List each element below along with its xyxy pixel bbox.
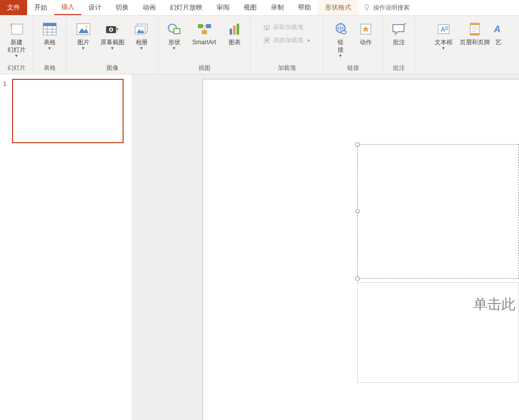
svg-rect-23 — [266, 28, 268, 30]
caret-down-icon: ▾ — [111, 45, 114, 51]
svg-rect-17 — [206, 24, 211, 28]
caret-down-icon: ▾ — [82, 45, 84, 51]
new-slide-label: 新建 幻灯片 — [8, 39, 26, 54]
ribbon: 新建 幻灯片 ▾ 幻灯片 表格 ▾ 表格 图片 ▾ — [0, 16, 519, 74]
caret-down-icon: ▾ — [15, 53, 18, 58]
svg-rect-19 — [230, 29, 232, 35]
subtitle-placeholder[interactable]: 单击此 — [357, 282, 519, 383]
tab-record[interactable]: 录制 — [264, 0, 291, 15]
svg-rect-18 — [202, 30, 207, 34]
new-slide-button[interactable]: 新建 幻灯片 ▾ — [3, 19, 31, 61]
caret-down-icon: ▾ — [307, 38, 310, 43]
tab-animations[interactable]: 动画 — [136, 0, 163, 15]
svg-rect-9 — [116, 28, 118, 30]
link-icon — [332, 21, 349, 38]
tab-shape-format[interactable]: 形状格式 — [318, 0, 358, 15]
my-addins-label: 我的加载项 — [273, 36, 303, 45]
comment-icon: + — [390, 21, 407, 38]
svg-rect-36 — [470, 23, 479, 25]
thumbnail-panel[interactable]: 1 — [0, 74, 132, 420]
tab-review[interactable]: 审阅 — [210, 0, 237, 15]
group-tables: 表格 ▾ 表格 — [33, 16, 66, 74]
tell-me-search[interactable]: 操作说明搜索 — [358, 0, 414, 15]
textbox-button[interactable]: A 文本框 ▾ — [430, 19, 457, 61]
picture-icon — [75, 21, 92, 38]
svg-text:A: A — [493, 24, 500, 34]
thumbnail-row[interactable]: 1 — [0, 79, 132, 143]
group-slides-label: 幻灯片 — [0, 64, 33, 72]
resize-handle-icon[interactable] — [355, 142, 360, 147]
album-button[interactable]: 相册 ▾ — [128, 19, 156, 61]
tab-home[interactable]: 开始 — [27, 0, 54, 15]
tab-transitions[interactable]: 切换 — [109, 0, 136, 15]
tab-help[interactable]: 帮助 — [291, 0, 318, 15]
get-addins-label: 获取加载项 — [273, 23, 303, 32]
smartart-button[interactable]: SmartArt — [188, 19, 221, 61]
album-icon — [133, 21, 150, 38]
header-footer-button[interactable]: 页眉和页脚 — [457, 19, 492, 61]
svg-rect-33 — [445, 27, 448, 28]
header-footer-icon — [466, 21, 483, 38]
textbox-icon: A — [435, 21, 452, 38]
picture-button[interactable]: 图片 ▾ — [69, 19, 97, 61]
my-addins-button: 我的加载项 ▾ — [261, 35, 312, 46]
tell-me-label: 操作说明搜索 — [373, 4, 409, 12]
tab-insert[interactable]: 插入 — [54, 0, 81, 15]
caret-down-icon: ▾ — [140, 45, 143, 51]
group-illustrations-label: 插图 — [159, 64, 250, 72]
chart-icon — [226, 21, 243, 38]
header-footer-label: 页眉和页脚 — [460, 39, 490, 46]
group-images-label: 图像 — [66, 64, 158, 72]
chart-label: 图表 — [229, 39, 241, 46]
comment-button[interactable]: + 批注 — [385, 19, 413, 61]
group-images: 图片 ▾ + 屏幕截图 ▾ 相册 ▾ 图像 — [66, 16, 159, 74]
screenshot-icon: + — [104, 21, 121, 38]
slide[interactable]: 单击此 — [202, 79, 519, 420]
svg-text:+: + — [403, 23, 406, 27]
group-comments: + 批注 批注 — [383, 16, 415, 74]
svg-text:+: + — [119, 23, 120, 28]
tab-slideshow[interactable]: 幻灯片放映 — [163, 0, 210, 15]
svg-rect-34 — [445, 29, 448, 30]
svg-rect-37 — [470, 33, 479, 35]
caret-down-icon: ▾ — [339, 53, 342, 58]
chart-button[interactable]: 图表 — [221, 19, 249, 61]
group-tables-label: 表格 — [33, 64, 66, 72]
svg-rect-0 — [12, 24, 23, 34]
resize-handle-icon[interactable] — [355, 276, 360, 281]
svg-rect-21 — [237, 24, 239, 35]
shapes-button[interactable]: 形状 ▾ — [160, 19, 188, 61]
svg-rect-15 — [174, 29, 180, 34]
group-slides: 新建 幻灯片 ▾ 幻灯片 — [0, 16, 33, 74]
subtitle-placeholder-text: 单击此 — [473, 295, 515, 314]
wordart-icon: A — [490, 21, 507, 38]
screenshot-button[interactable]: + 屏幕截图 ▾ — [97, 19, 128, 61]
shapes-icon — [166, 21, 183, 38]
svg-point-5 — [85, 26, 87, 28]
caret-down-icon: ▾ — [173, 45, 175, 51]
resize-handle-icon[interactable] — [355, 209, 360, 214]
table-button[interactable]: 表格 ▾ — [36, 19, 64, 61]
title-placeholder[interactable] — [357, 144, 519, 279]
group-addins: 获取加载项 我的加载项 ▾ 加载项 — [250, 16, 324, 74]
tab-view[interactable]: 视图 — [237, 0, 264, 15]
group-text: A 文本框 ▾ 页眉和页脚 A 艺 — [415, 16, 519, 74]
action-button[interactable]: 动作 — [353, 19, 378, 61]
thumbnail-slide-1[interactable] — [12, 79, 124, 143]
get-addins-button: 获取加载项 — [261, 22, 312, 33]
tab-file[interactable]: 文件 — [0, 0, 27, 15]
link-label: 链 接 — [338, 39, 344, 54]
wordart-button[interactable]: A 艺 — [492, 19, 504, 61]
group-links-label: 链接 — [324, 64, 382, 72]
new-slide-icon — [8, 21, 25, 38]
workspace: 1 单击此 — [0, 74, 519, 420]
svg-rect-20 — [233, 26, 236, 35]
action-label: 动作 — [360, 39, 372, 46]
svg-point-8 — [110, 29, 112, 31]
group-illustrations: 形状 ▾ SmartArt 图表 插图 — [159, 16, 250, 74]
slide-canvas[interactable]: 单击此 — [132, 74, 519, 420]
addins-icon — [263, 37, 270, 44]
tab-design[interactable]: 设计 — [81, 0, 109, 15]
svg-rect-2 — [43, 23, 56, 26]
link-button[interactable]: 链 接 ▾ — [328, 19, 353, 61]
